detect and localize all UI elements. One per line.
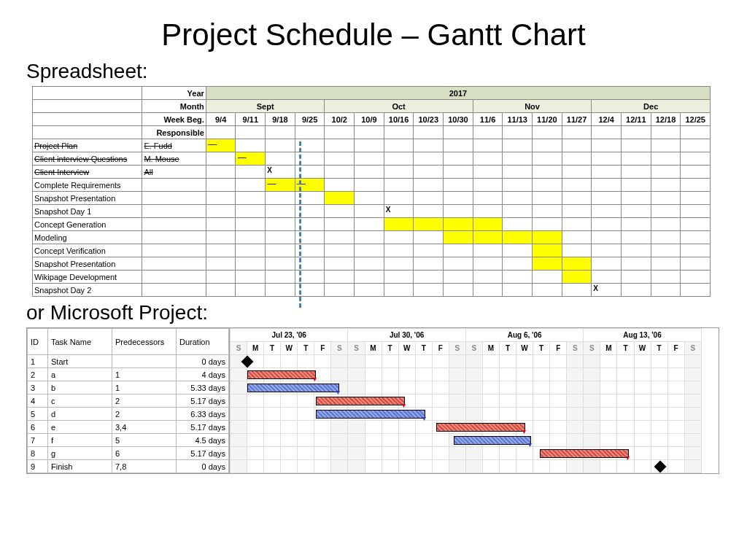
msp-day-letter: S	[584, 342, 600, 355]
year-value: 2017	[206, 87, 710, 100]
msp-day-letter: W	[516, 342, 533, 355]
task-owner	[142, 218, 206, 231]
msp-pred: 3,4	[112, 421, 177, 434]
msp-day-letter: F	[667, 342, 684, 355]
msp-date-group: Jul 23, '06	[231, 329, 348, 342]
gantt-cell	[473, 244, 503, 257]
task-name: Concept Generation	[33, 218, 142, 231]
msp-day-letter: T	[298, 342, 314, 355]
gantt-cell	[355, 192, 384, 205]
gantt-cell	[473, 231, 503, 244]
task-owner	[142, 205, 206, 218]
gantt-cell	[206, 139, 236, 152]
week-cell: 12/4	[592, 113, 622, 126]
gantt-cell	[622, 218, 651, 231]
gantt-cell	[206, 192, 236, 205]
gantt-cell	[325, 257, 355, 271]
gantt-cell	[622, 244, 651, 257]
week-label: Week Beg.	[142, 113, 206, 126]
gantt-cell	[295, 244, 325, 257]
gantt-cell	[651, 205, 681, 218]
gantt-cell	[236, 231, 266, 244]
msp-id: 3	[28, 381, 48, 394]
gantt-cell	[206, 244, 236, 257]
gantt-cell	[414, 205, 444, 218]
gantt-cell	[473, 139, 503, 152]
gantt-cell	[533, 244, 562, 257]
msp-day-letter: T	[415, 342, 432, 355]
week-cell: 12/25	[681, 113, 711, 126]
msp-duration: 0 days	[177, 355, 229, 368]
gantt-cell	[236, 166, 266, 179]
gantt-cell	[414, 166, 444, 179]
gantt-cell	[473, 218, 503, 231]
gantt-cell	[444, 152, 473, 166]
gantt-cell	[622, 139, 651, 152]
task-name: Snapshot Presentation	[33, 192, 142, 205]
gantt-cell	[236, 271, 266, 284]
gantt-cell	[651, 271, 681, 284]
msp-day-letter: S	[465, 342, 482, 355]
gantt-cell	[533, 152, 562, 166]
week-cell: 10/9	[355, 113, 384, 126]
gantt-cell	[681, 139, 711, 152]
msp-date-group: Aug 13, '06	[584, 329, 701, 342]
msp-pred: 6	[112, 447, 177, 460]
msp-pred: 2	[112, 408, 177, 421]
gantt-cell	[384, 152, 414, 166]
gantt-cell	[325, 192, 355, 205]
gantt-cell	[206, 166, 236, 179]
week-cell: 12/11	[622, 113, 651, 126]
msp-id: 7	[28, 434, 48, 447]
gantt-cell	[562, 205, 592, 218]
responsible-label: Responsible	[142, 126, 206, 139]
gantt-cell	[651, 166, 681, 179]
gantt-cell	[562, 152, 592, 166]
msp-pred: 1	[112, 368, 177, 381]
gantt-cell	[592, 257, 622, 271]
week-cell: 11/27	[562, 113, 592, 126]
msp-duration: 5.17 days	[177, 447, 229, 460]
gantt-cell	[473, 284, 503, 297]
msp-day-letter: W	[634, 342, 651, 355]
gantt-cell	[295, 271, 325, 284]
gantt-cell	[355, 218, 384, 231]
gantt-cell	[562, 231, 592, 244]
msproject-chart: Jul 23, '06Jul 30, '06Aug 6, '06Aug 13, …	[229, 328, 719, 473]
task-name: Snapshot Presentation	[33, 257, 142, 271]
msproject-table: IDTask NamePredecessorsDuration1Start0 d…	[27, 328, 229, 473]
gantt-cell	[622, 152, 651, 166]
gantt-cell	[592, 218, 622, 231]
gantt-cell	[355, 244, 384, 257]
gantt-cell	[651, 179, 681, 192]
critical-bar	[247, 370, 316, 379]
gantt-cell	[503, 271, 533, 284]
gantt-cell	[444, 205, 473, 218]
gantt-cell	[562, 166, 592, 179]
gantt-cell	[414, 284, 444, 297]
week-cell: 10/16	[384, 113, 414, 126]
msp-task-name: c	[48, 394, 112, 408]
critical-bar	[540, 449, 629, 458]
msp-col-header: Task Name	[48, 329, 112, 355]
msproject-panel: IDTask NamePredecessorsDuration1Start0 d…	[26, 327, 719, 474]
msp-day-letter: S	[331, 342, 348, 355]
task-bar	[316, 410, 425, 419]
msp-day-letter: M	[600, 342, 617, 355]
msp-day-letter: W	[398, 342, 415, 355]
gantt-cell	[681, 179, 711, 192]
msp-task-name: f	[48, 434, 112, 447]
task-owner: M. Mouse	[142, 152, 206, 166]
gantt-cell	[206, 179, 236, 192]
gantt-cell	[592, 284, 622, 297]
gantt-cell	[681, 205, 711, 218]
gantt-cell	[325, 231, 355, 244]
gantt-cell	[622, 271, 651, 284]
gantt-cell	[651, 139, 681, 152]
gantt-cell	[562, 271, 592, 284]
msp-col-header: Predecessors	[112, 329, 177, 355]
gantt-cell	[295, 192, 325, 205]
gantt-cell	[503, 231, 533, 244]
task-owner: All	[142, 166, 206, 179]
task-owner: E. Fudd	[142, 139, 206, 152]
